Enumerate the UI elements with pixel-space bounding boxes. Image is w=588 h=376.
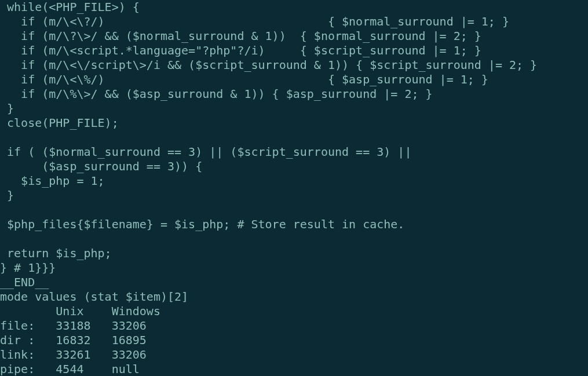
terminal-code-block: while(<PHP_FILE>) { if (m/\<\?/) { $norm… (0, 0, 588, 376)
